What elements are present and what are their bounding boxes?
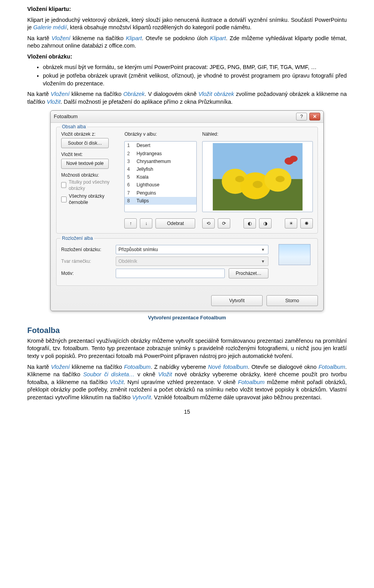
heading-fotoalba: Fotoalba: [27, 325, 347, 336]
svg-point-7: [275, 176, 284, 182]
close-button[interactable]: ✕: [309, 113, 320, 120]
paragraph-obrazek: Na kartě Vložení klikneme na tlačítko Ob…: [27, 90, 347, 106]
dialog-title: Fotoalbum: [54, 113, 78, 120]
tulips-preview-image: [205, 143, 310, 211]
svg-point-5: [235, 176, 244, 182]
list-item-number: 6: [127, 182, 132, 188]
rotate-left-button[interactable]: ⟲: [202, 218, 215, 228]
list-item[interactable]: 7Penguins: [125, 189, 196, 197]
list-item-number: 3: [127, 158, 132, 165]
help-button[interactable]: ?: [296, 113, 307, 120]
list-item[interactable]: 8Tulips: [125, 197, 196, 205]
list-item[interactable]: 5Koala: [125, 173, 196, 181]
page-number: 15: [27, 408, 347, 416]
list-item-number: 5: [127, 174, 132, 180]
label-vlozit-obrazek: Vložit obrázek z:: [61, 131, 119, 137]
combobox-value: Obdélník: [118, 258, 137, 264]
contrast-down-icon: ◑: [263, 221, 267, 226]
label-motiv: Motiv:: [61, 270, 112, 276]
layout-thumbnail: [279, 244, 310, 265]
move-down-button[interactable]: ↓: [140, 218, 152, 228]
preview-box: [202, 141, 313, 212]
frame-shape-combobox: Obdélník ▾: [116, 257, 268, 266]
rotate-right-button[interactable]: ⟳: [218, 218, 230, 228]
contrast-down-button[interactable]: ◑: [259, 218, 272, 228]
svg-point-9: [289, 156, 298, 162]
brightness-down-button[interactable]: ✺: [300, 218, 313, 228]
svg-point-6: [252, 181, 262, 188]
list-item[interactable]: 4Jellyfish: [125, 165, 196, 173]
create-button[interactable]: Vytvořit: [211, 295, 263, 306]
theme-input[interactable]: [116, 269, 225, 278]
list-item[interactable]: 6Lighthouse: [125, 181, 196, 189]
contrast-up-icon: ◐: [248, 221, 252, 226]
group-obsah-alba: Obsah alba Vložit obrázek z: Soubor či d…: [56, 127, 318, 234]
bullet-list: obrázek musí být ve formátu, se kterým u…: [27, 64, 347, 87]
layout-combobox[interactable]: Přizpůsobit snímku ▾: [116, 245, 268, 254]
cancel-button[interactable]: Storno: [266, 295, 318, 306]
paragraph-fotoalba-2: Na kartě Vložení klikneme na tlačítko Fo…: [27, 363, 347, 402]
brightness-up-button[interactable]: ☀: [285, 218, 297, 228]
list-item: obrázek musí být ve formátu, se kterým u…: [43, 64, 347, 71]
group-rozlozeni-alba: Rozložení alba Rozložení obrázku: Přizpů…: [56, 238, 318, 286]
new-textbox-button[interactable]: Nové textové pole: [61, 159, 109, 169]
move-up-button[interactable]: ↑: [124, 218, 137, 228]
browse-button[interactable]: Procházet…: [229, 268, 268, 278]
contrast-up-button[interactable]: ◐: [243, 218, 256, 228]
list-item-label: Jellyfish: [136, 166, 153, 172]
list-item[interactable]: 2Hydrangeas: [125, 150, 196, 158]
list-item-number: 8: [127, 198, 132, 204]
label-vlozit-text: Vložit text:: [61, 151, 119, 158]
album-listbox[interactable]: 1Desert2Hydrangeas3Chrysanthemum4Jellyfi…: [124, 141, 197, 212]
arrow-down-icon: ↓: [145, 221, 147, 226]
heading-obrazek: Vložení obrázku:: [27, 53, 347, 61]
fotoalbum-dialog: Fotoalbum ? ✕ Obsah alba Vložit obrázek …: [50, 110, 324, 311]
arrow-up-icon: ↑: [129, 221, 132, 226]
help-icon: ?: [300, 114, 303, 119]
heading-klipart: Vložení klipartu:: [27, 5, 347, 13]
group-legend: Obsah alba: [60, 124, 87, 130]
paragraph-fotoalba-1: Kromě běžných prezentací využívajících o…: [27, 337, 347, 360]
chevron-down-icon: ▾: [260, 246, 266, 253]
label-nahled: Náhled:: [202, 131, 313, 137]
close-icon: ✕: [313, 114, 317, 119]
list-item-number: 2: [127, 151, 132, 157]
chevron-down-icon: ▾: [260, 258, 266, 264]
list-item-number: 1: [127, 142, 132, 149]
list-item[interactable]: 3Chrysanthemum: [125, 158, 196, 165]
remove-button[interactable]: Odebrat: [155, 218, 195, 228]
dialog-titlebar[interactable]: Fotoalbum ? ✕: [51, 111, 323, 123]
list-item-label: Koala: [136, 174, 148, 180]
list-item-label: Penguins: [136, 190, 156, 196]
rotate-left-icon: ⟲: [206, 221, 210, 226]
figure-caption: Vytvoření prezentace Fotoalbum: [27, 314, 347, 321]
checkbox-bw[interactable]: Všechny obrázky černobíle: [61, 193, 119, 205]
combobox-value: Přizpůsobit snímku: [118, 246, 158, 253]
checkbox-icon: [61, 182, 66, 188]
list-item-label: Tulips: [136, 198, 149, 204]
checkbox-icon: [61, 197, 67, 202]
list-item[interactable]: 1Desert: [125, 142, 196, 149]
label-rozlozeni: Rozložení obrázku:: [61, 246, 112, 253]
checkbox-label: Všechny obrázky černobíle: [69, 193, 119, 205]
paragraph-klipart-2: Na kartě Vložení klikneme na tlačítko Kl…: [27, 35, 347, 50]
brightness-down-icon: ✺: [305, 221, 309, 226]
group-legend: Rozložení alba: [60, 235, 94, 241]
list-item-number: 4: [127, 166, 132, 172]
brightness-up-icon: ☀: [289, 221, 293, 226]
label-tvar: Tvar rámečku:: [61, 258, 112, 264]
paragraph-klipart-1: Klipart je jednoduchý vektorový obrázek,…: [27, 16, 347, 32]
list-item-label: Hydrangeas: [136, 151, 162, 157]
label-moznosti: Možnosti obrázku:: [61, 172, 119, 178]
checkbox-label: Titulky pod všechny obrázky: [69, 179, 119, 191]
list-item-label: Desert: [136, 142, 150, 149]
list-item-label: Lighthouse: [136, 182, 159, 188]
list-item-label: Chrysanthemum: [136, 158, 171, 165]
list-item: pokud je potřeba obrázek upravit (změnit…: [43, 72, 347, 87]
checkbox-titles[interactable]: Titulky pod všechny obrázky: [61, 179, 119, 191]
list-item-number: 7: [127, 190, 132, 196]
rotate-right-icon: ⟳: [222, 221, 226, 226]
label-obrazky-v-albu: Obrázky v albu:: [124, 131, 197, 137]
file-disk-button[interactable]: Soubor či disk…: [61, 138, 109, 148]
